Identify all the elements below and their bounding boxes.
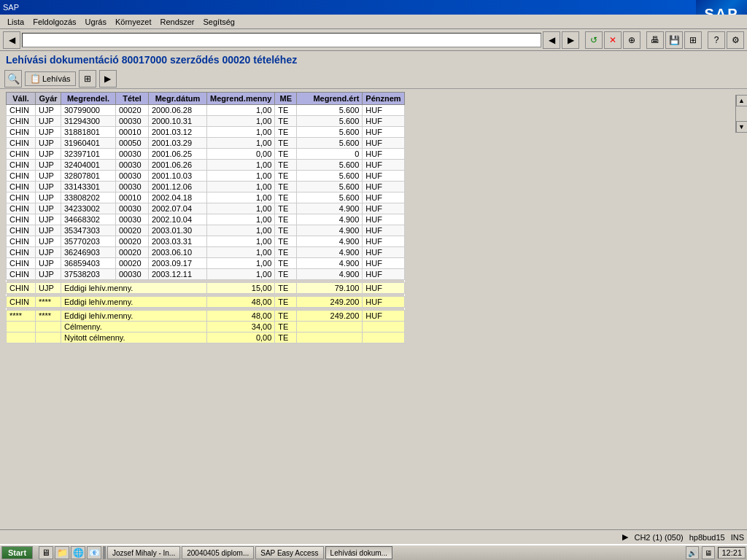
cell-megrendel: 36246903 <box>61 247 116 258</box>
find-button[interactable]: ⊞ <box>684 31 702 49</box>
table-row[interactable]: CHIN UJP 31960401 00050 2001.03.29 1,00 … <box>7 138 405 149</box>
cell-tetel: 00020 <box>116 247 149 258</box>
cell-penznem: HUF <box>363 192 404 203</box>
arrow-button[interactable]: ▶ <box>99 70 117 88</box>
menu-segitseg[interactable]: Segítség <box>199 16 239 28</box>
table-row[interactable]: CHIN UJP 32807801 00030 2001.10.03 1,00 … <box>7 171 405 182</box>
cell-megrendel: 32404001 <box>61 160 116 171</box>
total-label: Eddigi lehív.menny. <box>61 311 207 322</box>
cell-me: TE <box>275 116 297 127</box>
cell-gyar: UJP <box>36 203 61 214</box>
taskbar-icon4[interactable]: 📧 <box>87 546 101 559</box>
stop-button[interactable]: ✕ <box>604 31 622 49</box>
sub1-vall: CHIN <box>7 283 36 294</box>
cell-megrendel: 33143301 <box>61 182 116 192</box>
total-ert: 249.200 <box>297 311 363 322</box>
lehivas-label: Lehívás <box>42 74 71 83</box>
table-row[interactable]: CHIN UJP 36246903 00020 2003.06.10 1,00 … <box>7 247 405 258</box>
back-nav-button[interactable]: ◀ <box>3 31 20 49</box>
total-me-1: TE <box>275 322 297 332</box>
menu-ugras[interactable]: Ugrás <box>81 16 111 28</box>
cell-datum: 2003.12.11 <box>149 269 207 280</box>
cell-gyar: UJP <box>36 236 61 247</box>
cell-penznem: HUF <box>363 127 404 138</box>
table-row[interactable]: CHIN UJP 35347303 00020 2003.01.30 1,00 … <box>7 225 405 236</box>
scroll-up-button[interactable]: ▲ <box>736 95 748 106</box>
cell-gyar: UJP <box>36 214 61 225</box>
cell-megrendel: 34233002 <box>61 203 116 214</box>
cell-vall: CHIN <box>7 105 36 116</box>
cell-gyar: UJP <box>36 116 61 127</box>
refresh-button[interactable]: ↺ <box>585 31 603 49</box>
table-row[interactable]: CHIN UJP 33808202 00010 2002.04.18 1,00 … <box>7 192 405 203</box>
save-button[interactable]: 💾 <box>665 31 683 49</box>
menu-lista[interactable]: Lista <box>3 16 28 28</box>
cell-menny: 1,00 <box>207 127 275 138</box>
sub1-ert: 79.100 <box>297 283 363 294</box>
cell-me: TE <box>275 171 297 182</box>
export-button[interactable]: ⊞ <box>79 70 96 88</box>
cell-tetel: 00030 <box>116 160 149 171</box>
taskbar-lehivas[interactable]: Lehívási dokum... <box>325 546 392 559</box>
nav-right-button[interactable]: ▶ <box>562 31 579 49</box>
table-row[interactable]: CHIN UJP 31294300 00030 2000.10.31 1,00 … <box>7 116 405 127</box>
taskbar-jozsef[interactable]: Jozsef Mihaly - In... <box>107 546 180 559</box>
cell-megrendel: 31294300 <box>61 116 116 127</box>
cell-me: TE <box>275 247 297 258</box>
lehivas-icon: 📋 <box>30 74 41 84</box>
cell-gyar: UJP <box>36 225 61 236</box>
cell-ert: 4.900 <box>297 258 363 269</box>
cell-datum: 2002.04.18 <box>149 192 207 203</box>
cell-ert: 4.900 <box>297 214 363 225</box>
total-penznem-empty-1 <box>363 322 404 332</box>
nav-left-button[interactable]: ◀ <box>543 31 560 49</box>
total-vall-empty <box>7 322 36 332</box>
cell-ert: 5.600 <box>297 105 363 116</box>
cell-ert: 5.600 <box>297 182 363 192</box>
taskbar-right: 🔊 🖥 12:21 <box>686 546 746 559</box>
table-row[interactable]: CHIN UJP 32397101 00030 2001.06.25 0,00 … <box>7 149 405 160</box>
search-small-button[interactable]: 🔍 <box>4 70 22 88</box>
cell-tetel: 00030 <box>116 214 149 225</box>
start-button[interactable]: Start <box>1 546 33 559</box>
table-row[interactable]: CHIN UJP 30799000 00020 2000.06.28 1,00 … <box>7 105 405 116</box>
btn3[interactable]: ⊕ <box>623 31 640 49</box>
sub1-me: TE <box>275 283 297 294</box>
cell-vall: CHIN <box>7 225 36 236</box>
lehivas-button[interactable]: 📋 Lehívás <box>25 71 76 86</box>
page-header: Lehívási dokumentáció 80017000 szerződés… <box>0 51 747 69</box>
scroll-down-button[interactable]: ▼ <box>736 121 748 133</box>
menu-rendszer[interactable]: Rendszer <box>155 16 198 28</box>
cell-penznem: HUF <box>363 149 404 160</box>
table-row[interactable]: CHIN UJP 34233002 00030 2002.07.04 1,00 … <box>7 203 405 214</box>
taskbar-diplom[interactable]: 20040405 diplom... <box>182 546 254 559</box>
cell-me: TE <box>275 149 297 160</box>
table-row[interactable]: CHIN UJP 37538203 00030 2003.12.11 1,00 … <box>7 269 405 280</box>
cell-me: TE <box>275 138 297 149</box>
cell-menny: 1,00 <box>207 192 275 203</box>
print-button[interactable]: 🖶 <box>646 31 664 49</box>
cell-menny: 1,00 <box>207 203 275 214</box>
taskbar-sap-easy[interactable]: SAP Easy Access <box>255 546 323 559</box>
table-row[interactable]: CHIN UJP 32404001 00030 2001.06.26 1,00 … <box>7 160 405 171</box>
table-row[interactable]: CHIN UJP 36859403 00020 2003.09.17 1,00 … <box>7 258 405 269</box>
table-row[interactable]: CHIN UJP 33143301 00030 2001.12.06 1,00 … <box>7 182 405 192</box>
help-button[interactable]: ? <box>708 31 725 49</box>
cell-tetel: 00020 <box>116 105 149 116</box>
taskbar-icon1[interactable]: 🖥 <box>39 546 53 559</box>
table-row[interactable]: CHIN UJP 31881801 00010 2001.03.12 1,00 … <box>7 127 405 138</box>
menu-feldolgozas[interactable]: Feldolgozás <box>28 16 80 28</box>
taskbar-icon3[interactable]: 🌐 <box>71 546 85 559</box>
cell-tetel: 00020 <box>116 225 149 236</box>
col-header-datum: Megr.dátum <box>149 93 207 105</box>
address-input[interactable] <box>22 33 541 47</box>
taskbar-icon2[interactable]: 📁 <box>55 546 69 559</box>
menu-kornyezet[interactable]: Környezet <box>111 16 156 28</box>
scrollbar-v[interactable]: ▲ ▼ <box>735 95 747 133</box>
total-row: **** **** Eddigi lehív.menny. 48,00 TE 2… <box>7 311 405 322</box>
settings-button[interactable]: ⚙ <box>727 31 744 49</box>
sub1-gyar: UJP <box>36 283 61 294</box>
cell-me: TE <box>275 182 297 192</box>
table-row[interactable]: CHIN UJP 34668302 00030 2002.10.04 1,00 … <box>7 214 405 225</box>
table-row[interactable]: CHIN UJP 35770203 00020 2003.03.31 1,00 … <box>7 236 405 247</box>
